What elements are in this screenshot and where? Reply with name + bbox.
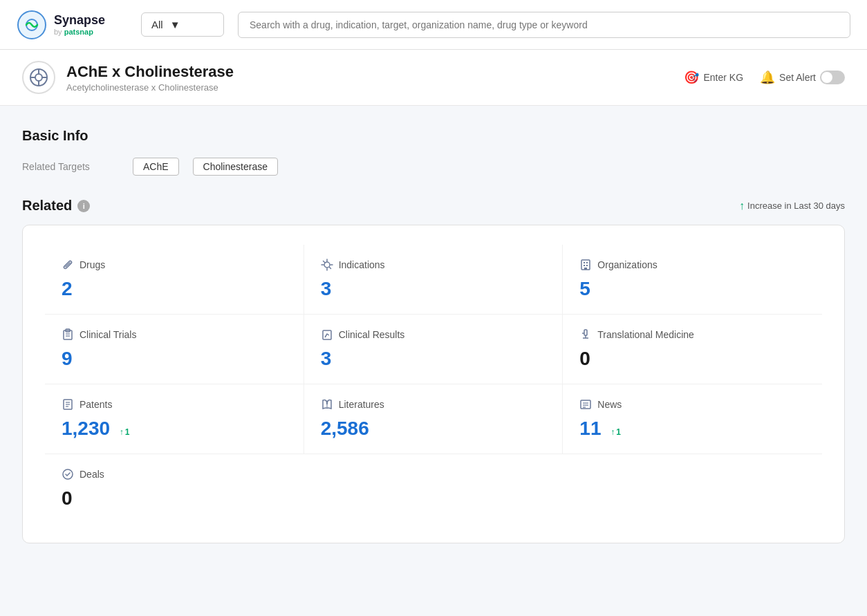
stat-indications[interactable]: Indications 3 [304, 245, 563, 315]
related-title: Related [22, 198, 72, 214]
virus-icon [321, 259, 333, 271]
stat-clinical-results-value: 3 [321, 348, 546, 370]
set-alert-button[interactable]: 🔔 Set Alert [760, 70, 845, 85]
related-targets-label: Related Targets [22, 161, 119, 172]
stat-translational-medicine-category: Translational Medicine [579, 328, 805, 341]
page-subtitle: Acetylcholinesterase x Cholinesterase [66, 82, 234, 93]
stat-literatures-label: Literatures [339, 399, 384, 410]
stat-deals[interactable]: Deals 0 [45, 454, 822, 523]
chevron-down-icon: ▼ [170, 19, 180, 30]
page-header-right: 🎯 Enter KG 🔔 Set Alert [684, 70, 845, 85]
stats-grid: Drugs 2 [45, 245, 822, 454]
tag-ache[interactable]: AChE [133, 158, 179, 176]
stat-organizations-value: 5 [579, 278, 805, 300]
svg-rect-27 [323, 330, 331, 339]
svg-point-3 [35, 74, 42, 81]
stat-patents[interactable]: Patents 1,230 ↑ 1 [45, 384, 304, 454]
deals-icon [62, 468, 74, 480]
info-icon[interactable]: i [77, 200, 90, 212]
crosshair-icon [29, 68, 48, 87]
logo-brand: by patsnap [54, 28, 105, 36]
stat-news-value: 11 ↑ 1 [579, 418, 805, 440]
stat-patents-label: Patents [80, 399, 112, 410]
pill-icon [62, 259, 74, 271]
logo-icon-circle [17, 10, 47, 40]
stat-news[interactable]: News 11 ↑ 1 [563, 384, 822, 454]
stat-translational-medicine-label: Translational Medicine [597, 329, 694, 340]
logo-area: Synapse by patsnap [17, 10, 127, 40]
related-section: Related i ↑ Increase in Last 30 days Dr [22, 198, 845, 543]
stat-patents-category: Patents [62, 398, 287, 411]
stat-news-category: News [579, 398, 805, 411]
enter-kg-button[interactable]: 🎯 Enter KG [684, 70, 743, 85]
kg-icon: 🎯 [684, 70, 699, 85]
page-title: AChE x Cholinesterase [66, 63, 234, 81]
patents-increase: ↑ 1 [120, 427, 130, 437]
book-icon [321, 398, 333, 411]
synapse-logo-icon [17, 10, 47, 40]
trend-up-icon: ↑ [739, 200, 745, 212]
stat-clinical-results-category: Clinical Results [321, 328, 546, 341]
app-header: Synapse by patsnap All ▼ [0, 0, 867, 50]
news-increase: ↑ 1 [610, 427, 621, 437]
svg-rect-20 [584, 265, 585, 266]
alert-icon: 🔔 [760, 70, 775, 85]
stat-deals-value: 0 [62, 487, 805, 510]
building-icon [579, 259, 592, 271]
stat-clinical-trials[interactable]: Clinical Trials 9 [45, 315, 304, 384]
page-icon [22, 61, 55, 94]
stat-literatures-category: Literatures [321, 398, 546, 411]
alert-toggle[interactable] [820, 71, 845, 84]
stat-literatures[interactable]: Literatures 2,586 [304, 384, 563, 454]
stat-indications-category: Indications [321, 259, 546, 271]
stat-translational-medicine-value: 0 [579, 348, 805, 370]
patents-up-arrow: ↑ [120, 427, 124, 437]
page-header: AChE x Cholinesterase Acetylcholinestera… [0, 50, 867, 106]
page-header-left: AChE x Cholinesterase Acetylcholinestera… [22, 61, 234, 94]
logo-title: Synapse [54, 13, 105, 28]
stat-drugs[interactable]: Drugs 2 [45, 245, 304, 315]
stat-clinical-trials-value: 9 [62, 348, 287, 370]
news-icon [579, 398, 592, 411]
stat-patents-value: 1,230 ↑ 1 [62, 418, 287, 440]
stat-literatures-value: 2,586 [321, 418, 546, 440]
stat-clinical-trials-label: Clinical Trials [80, 329, 136, 340]
set-alert-label: Set Alert [779, 72, 816, 83]
stats-card: Drugs 2 [22, 225, 845, 543]
search-input[interactable] [238, 12, 850, 38]
logo-text: Synapse by patsnap [54, 13, 105, 36]
svg-rect-18 [584, 262, 585, 263]
category-dropdown[interactable]: All ▼ [141, 12, 224, 37]
basic-info-title: Basic Info [22, 128, 845, 144]
stat-drugs-value: 2 [62, 278, 287, 300]
svg-rect-21 [586, 265, 588, 266]
stat-organizations-category: Organizations [579, 259, 805, 271]
stat-clinical-results[interactable]: Clinical Results 3 [304, 315, 563, 384]
patent-icon [62, 398, 74, 411]
svg-rect-28 [584, 330, 587, 335]
svg-line-15 [323, 261, 324, 263]
stat-indications-label: Indications [339, 259, 385, 270]
enter-kg-label: Enter KG [703, 72, 743, 83]
news-up-arrow: ↑ [610, 427, 615, 437]
stat-deals-label: Deals [80, 469, 104, 480]
stat-translational-medicine[interactable]: Translational Medicine 0 [563, 315, 822, 384]
tag-cholinesterase[interactable]: Cholinesterase [193, 158, 278, 176]
svg-line-16 [329, 268, 330, 269]
related-title-group: Related i [22, 198, 90, 214]
chart-icon [321, 328, 333, 341]
clipboard-icon [62, 328, 74, 341]
increase-label: Increase in Last 30 days [747, 200, 845, 211]
microscope-icon [579, 328, 592, 341]
stat-deals-category: Deals [62, 468, 805, 480]
toggle-knob [821, 72, 832, 83]
stat-clinical-trials-category: Clinical Trials [62, 328, 287, 341]
stat-drugs-category: Drugs [62, 259, 287, 271]
basic-info-section: Basic Info Related Targets AChE Cholines… [22, 128, 845, 176]
svg-point-10 [324, 262, 330, 268]
main-content: Basic Info Related Targets AChE Cholines… [0, 106, 867, 566]
stat-organizations[interactable]: Organizations 5 [563, 245, 822, 315]
stat-news-label: News [597, 399, 622, 410]
increase-badge: ↑ Increase in Last 30 days [739, 200, 845, 212]
svg-rect-19 [586, 262, 588, 263]
